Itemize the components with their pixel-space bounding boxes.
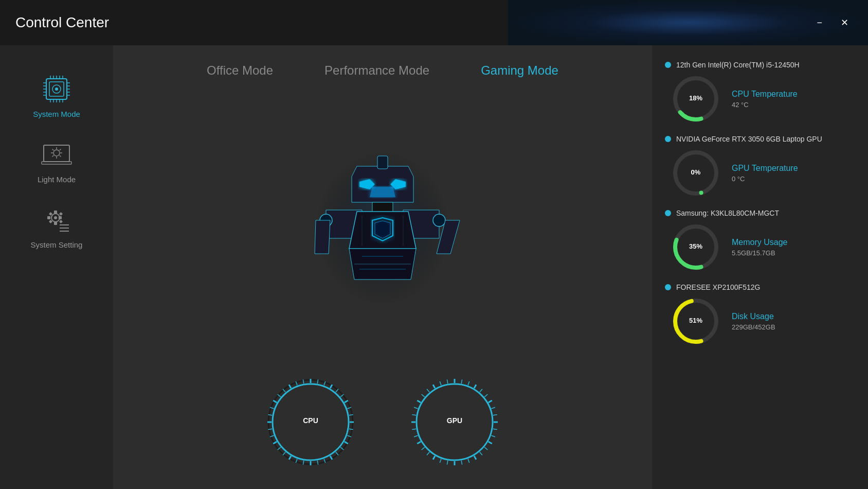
svg-line-104 bbox=[480, 389, 482, 392]
gpu-metric-name: GPU Temperature bbox=[732, 164, 855, 173]
svg-text:0%: 0% bbox=[691, 168, 701, 176]
cpu-gauge-svg: CPU bbox=[264, 376, 357, 468]
device-dot-disk bbox=[665, 284, 671, 290]
sidebar-item-system-mode[interactable]: System Mode bbox=[0, 66, 113, 126]
svg-line-112 bbox=[489, 442, 492, 444]
tab-performance-mode[interactable]: Performance Mode bbox=[319, 61, 435, 80]
svg-line-135 bbox=[447, 379, 447, 383]
svg-line-102 bbox=[468, 381, 469, 386]
mini-gauge-row-memory: 35% Memory Usage 5.5GB/15.7GB bbox=[665, 221, 855, 273]
svg-line-116 bbox=[468, 459, 469, 463]
svg-line-115 bbox=[474, 456, 476, 460]
svg-line-107 bbox=[491, 407, 495, 409]
svg-line-101 bbox=[461, 379, 462, 383]
svg-rect-39 bbox=[54, 222, 57, 225]
svg-line-120 bbox=[440, 459, 441, 463]
cpu-metric-name: CPU Temperature bbox=[732, 90, 855, 99]
svg-line-132 bbox=[427, 389, 429, 392]
device-section-cpu: 12th Gen Intel(R) Core(TM) i5-12450H 18%… bbox=[665, 61, 855, 125]
svg-line-134 bbox=[440, 381, 441, 386]
svg-rect-50 bbox=[377, 156, 388, 169]
device-header-memory: Samsung: K3KL8L80CM-MGCT bbox=[665, 209, 855, 217]
svg-line-124 bbox=[417, 442, 421, 444]
svg-line-113 bbox=[484, 447, 487, 450]
sidebar-system-setting-label: System Setting bbox=[31, 240, 83, 249]
device-section-disk: FORESEE XP2100F512G 51% Disk Usage 229GB… bbox=[665, 283, 855, 347]
sidebar-light-mode-label: Light Mode bbox=[38, 175, 76, 184]
svg-line-110 bbox=[493, 429, 497, 429]
mode-tabs: Office Mode Performance Mode Gaming Mode bbox=[113, 45, 652, 91]
mini-gauge-gpu: 0% bbox=[670, 147, 721, 199]
gpu-gauge-svg: GPU bbox=[408, 376, 501, 468]
minimize-button[interactable]: − bbox=[812, 15, 826, 30]
svg-rect-45 bbox=[59, 220, 63, 223]
mini-gauge-row-gpu: 0% GPU Temperature 0 °C bbox=[665, 147, 855, 199]
memory-metric-name: Memory Usage bbox=[732, 238, 855, 247]
tab-office-mode[interactable]: Office Mode bbox=[202, 61, 278, 80]
device-name-gpu: NVIDIA GeForce RTX 3050 6GB Laptop GPU bbox=[676, 135, 822, 143]
svg-point-37 bbox=[54, 216, 57, 219]
svg-rect-41 bbox=[59, 216, 62, 219]
right-panel: 12th Gen Intel(R) Core(TM) i5-12450H 18%… bbox=[652, 45, 868, 489]
svg-line-32 bbox=[52, 149, 54, 151]
sidebar-item-system-setting[interactable]: System Setting bbox=[0, 197, 113, 257]
device-header-gpu: NVIDIA GeForce RTX 3050 6GB Laptop GPU bbox=[665, 135, 855, 143]
disk-metric-name: Disk Usage bbox=[732, 312, 855, 321]
svg-line-106 bbox=[489, 400, 492, 403]
cpu-icon bbox=[41, 74, 72, 104]
svg-rect-51 bbox=[372, 202, 393, 213]
svg-rect-40 bbox=[47, 216, 50, 219]
svg-line-114 bbox=[480, 452, 482, 455]
svg-text:51%: 51% bbox=[689, 317, 702, 324]
robot-mascot bbox=[295, 135, 470, 321]
svg-line-133 bbox=[433, 385, 435, 388]
main-content: System Mode Light Mode bbox=[0, 45, 868, 489]
device-header-cpu: 12th Gen Intel(R) Core(TM) i5-12450H bbox=[665, 61, 855, 69]
mini-gauge-cpu: 18% bbox=[670, 73, 721, 125]
svg-text:GPU: GPU bbox=[447, 416, 462, 425]
svg-rect-26 bbox=[42, 162, 71, 164]
mini-gauge-memory: 35% bbox=[670, 221, 721, 273]
mini-info-gpu: GPU Temperature 0 °C bbox=[732, 164, 855, 183]
light-mode-icon bbox=[41, 139, 72, 170]
device-header-disk: FORESEE XP2100F512G bbox=[665, 283, 855, 291]
svg-point-53 bbox=[433, 214, 445, 226]
settings-icon bbox=[41, 204, 72, 235]
svg-text:CPU: CPU bbox=[303, 416, 318, 425]
window-controls: − ✕ bbox=[812, 15, 853, 30]
close-button[interactable]: ✕ bbox=[837, 15, 853, 30]
titlebar: Control Center − ✕ bbox=[0, 0, 868, 45]
svg-line-33 bbox=[60, 155, 61, 157]
center-panel: Office Mode Performance Mode Gaming Mode bbox=[113, 45, 652, 489]
svg-line-108 bbox=[493, 414, 497, 415]
device-dot-memory bbox=[665, 210, 671, 216]
mini-info-disk: Disk Usage 229GB/452GB bbox=[732, 312, 855, 331]
disk-metric-value: 229GB/452GB bbox=[732, 323, 855, 331]
robot-mascot-area bbox=[113, 91, 652, 365]
svg-line-121 bbox=[433, 456, 435, 460]
gpu-gauge-container: GPU bbox=[408, 376, 501, 468]
cpu-metric-value: 42 °C bbox=[732, 101, 855, 109]
memory-metric-value: 5.5GB/15.7GB bbox=[732, 249, 855, 257]
gauges-row: CPU GPU bbox=[113, 365, 652, 489]
svg-line-131 bbox=[422, 394, 425, 397]
mini-info-memory: Memory Usage 5.5GB/15.7GB bbox=[732, 238, 855, 257]
sidebar-system-mode-label: System Mode bbox=[33, 110, 80, 118]
svg-rect-43 bbox=[59, 212, 63, 216]
svg-point-3 bbox=[55, 88, 58, 91]
device-name-memory: Samsung: K3KL8L80CM-MGCT bbox=[676, 209, 779, 217]
tab-gaming-mode[interactable]: Gaming Mode bbox=[476, 61, 564, 80]
sidebar: System Mode Light Mode bbox=[0, 45, 113, 489]
svg-line-119 bbox=[447, 461, 447, 465]
sidebar-item-light-mode[interactable]: Light Mode bbox=[0, 131, 113, 191]
svg-line-130 bbox=[417, 400, 421, 403]
device-dot-gpu bbox=[665, 136, 671, 142]
mini-info-cpu: CPU Temperature 42 °C bbox=[732, 90, 855, 109]
svg-rect-38 bbox=[54, 211, 57, 214]
device-name-disk: FORESEE XP2100F512G bbox=[676, 283, 760, 291]
svg-line-35 bbox=[52, 155, 54, 157]
device-section-memory: Samsung: K3KL8L80CM-MGCT 35% Memory Usag… bbox=[665, 209, 855, 273]
svg-line-111 bbox=[491, 435, 495, 437]
gpu-metric-value: 0 °C bbox=[732, 175, 855, 183]
svg-line-123 bbox=[422, 447, 425, 450]
